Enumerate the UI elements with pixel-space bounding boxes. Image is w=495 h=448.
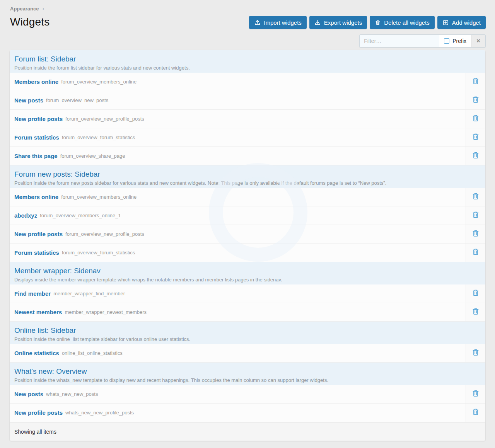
plus-square-icon [442, 19, 449, 26]
widget-key: forum_overview_members_online_1 [40, 213, 121, 218]
delete-widget-button[interactable] [466, 385, 485, 403]
widget-title-link[interactable]: Members online [14, 78, 58, 85]
widget-title-link[interactable]: Forum statistics [14, 249, 59, 256]
widget-title-link[interactable]: Members online [14, 194, 58, 200]
widget-row: Forum statistics forum_overview_forum_st… [10, 128, 485, 147]
widget-title-link[interactable]: Share this page [14, 153, 58, 159]
widget-row: Find member member_wrapper_find_member [10, 284, 485, 303]
prefix-toggle[interactable]: Prefix [439, 35, 471, 47]
widget-title-link[interactable]: Find member [14, 290, 51, 297]
widget-key: whats_new_new_posts [46, 391, 98, 397]
widget-title-link[interactable]: abcdxyz [14, 212, 37, 219]
widget-title-link[interactable]: Newest members [14, 309, 62, 315]
delete-widget-button[interactable] [466, 91, 485, 109]
widget-title-link[interactable]: New profile posts [14, 231, 63, 237]
list-footer: Showing all items [10, 422, 485, 441]
trash-icon [472, 389, 480, 399]
export-widgets-button[interactable]: Export widgets [309, 16, 367, 29]
section-description: Position inside the forum new posts side… [14, 180, 481, 186]
trash-icon [472, 95, 480, 105]
widget-row: New profile posts forum_overview_new_pro… [10, 225, 485, 244]
delete-widget-button[interactable] [466, 404, 485, 422]
widget-key: forum_overview_forum_statistics [62, 250, 135, 256]
trash-icon [472, 211, 480, 220]
prefix-checkbox[interactable] [444, 38, 449, 44]
upload-icon [254, 19, 261, 26]
widgets-admin-page: Appearance › Widgets Import widgets [0, 0, 495, 448]
button-label: Add widget [452, 19, 481, 26]
delete-all-widgets-button[interactable]: Delete all widgets [370, 16, 435, 29]
widget-key: whats_new_new_profile_posts [65, 410, 134, 416]
showing-all-items-status: Showing all items [14, 429, 56, 435]
breadcrumb-appearance-link[interactable]: Appearance [10, 6, 39, 12]
widget-title-link[interactable]: Forum statistics [14, 134, 59, 141]
delete-widget-button[interactable] [466, 344, 485, 362]
widget-key: forum_overview_share_page [60, 153, 125, 159]
widget-row: Share this page forum_overview_share_pag… [10, 147, 485, 165]
prefix-label: Prefix [452, 38, 466, 44]
button-label: Export widgets [324, 19, 362, 26]
section-description: Position inside the whats_new template t… [14, 377, 481, 383]
button-label: Delete all widgets [384, 19, 430, 26]
widget-row: abcdxyz forum_overview_members_online_1 [10, 206, 485, 225]
widget-key: online_list_online_statistics [62, 350, 123, 356]
widget-title-link[interactable]: Online statistics [14, 350, 59, 356]
delete-widget-button[interactable] [466, 225, 485, 243]
trash-icon [472, 114, 480, 124]
widget-row: Members online forum_overview_members_on… [10, 188, 485, 206]
widget-row: New posts whats_new_new_posts [10, 385, 485, 404]
filter-clear-button[interactable]: × [471, 35, 485, 47]
section-title: Online list: Sidebar [14, 325, 481, 335]
section-header: Forum new posts: Sidebar Position inside… [10, 165, 485, 188]
trash-icon [472, 133, 480, 142]
trash-icon [472, 192, 480, 202]
widget-row: Newest members member_wrapper_newest_mem… [10, 303, 485, 322]
widget-key: member_wrapper_newest_members [65, 309, 147, 315]
delete-widget-button[interactable] [466, 284, 485, 303]
section-description: Displays inside the member wrapper templ… [14, 276, 481, 283]
widget-row: New profile posts forum_overview_new_pro… [10, 110, 485, 128]
trash-icon [375, 19, 381, 26]
section-header: What's new: Overview Position inside the… [10, 363, 485, 385]
section-title: Member wrapper: Sidenav [14, 266, 481, 276]
breadcrumb: Appearance › [10, 5, 44, 12]
widgets-list: Forum list: Sidebar Position inside the … [10, 50, 485, 441]
widget-key: forum_overview_members_online [61, 79, 137, 85]
delete-widget-button[interactable] [466, 303, 485, 321]
widget-title-link[interactable]: New profile posts [14, 116, 63, 122]
delete-widget-button[interactable] [466, 206, 485, 225]
import-widgets-button[interactable]: Import widgets [249, 16, 307, 29]
widget-key: forum_overview_new_profile_posts [65, 231, 144, 237]
section-header: Forum list: Sidebar Position inside the … [10, 50, 485, 73]
page-title: Widgets [10, 16, 50, 28]
widget-row: Members online forum_overview_members_on… [10, 73, 485, 91]
close-icon: × [476, 37, 480, 45]
widget-key: forum_overview_forum_statistics [62, 135, 135, 140]
widget-row: Online statistics online_list_online_sta… [10, 344, 485, 363]
section-description: Position inside the forum list sidebar f… [14, 65, 481, 71]
trash-icon [472, 229, 480, 239]
widget-title-link[interactable]: New profile posts [14, 409, 63, 416]
trash-icon [472, 289, 480, 298]
section-header: Member wrapper: Sidenav Displays inside … [10, 262, 485, 284]
filter-input[interactable] [360, 35, 439, 47]
add-widget-button[interactable]: Add widget [437, 16, 486, 29]
delete-widget-button[interactable] [466, 244, 485, 262]
widget-key: forum_overview_members_online [61, 194, 137, 200]
delete-widget-button[interactable] [466, 73, 485, 91]
delete-widget-button[interactable] [466, 147, 485, 165]
section-title: Forum list: Sidebar [14, 54, 481, 64]
button-label: Import widgets [264, 19, 302, 26]
widget-key: member_wrapper_find_member [53, 291, 125, 296]
delete-widget-button[interactable] [466, 128, 485, 146]
section-header: Online list: Sidebar Position inside the… [10, 322, 485, 344]
widget-row: New posts forum_overview_new_posts [10, 91, 485, 110]
toolbar: Import widgets Export widgets [249, 16, 486, 29]
widget-title-link[interactable]: New posts [14, 391, 43, 397]
widget-key: forum_overview_new_posts [46, 97, 108, 103]
widget-title-link[interactable]: New posts [14, 97, 43, 104]
delete-widget-button[interactable] [466, 110, 485, 128]
widget-row: Forum statistics forum_overview_forum_st… [10, 244, 485, 262]
delete-widget-button[interactable] [466, 188, 485, 206]
trash-icon [472, 77, 480, 87]
